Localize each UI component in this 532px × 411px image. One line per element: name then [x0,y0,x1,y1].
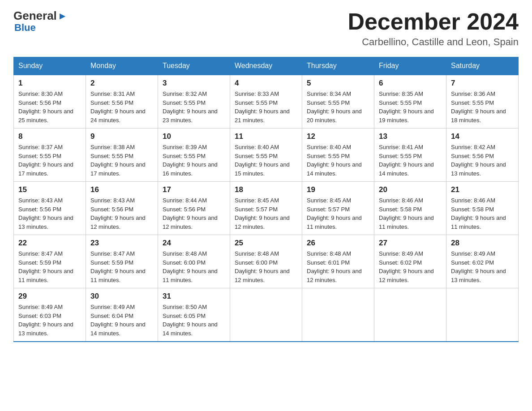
day-number: 2 [90,79,153,88]
page-header: General► Blue December 2024 Carbellino, … [13,9,519,48]
day-info: Sunrise: 8:43 AMSunset: 5:56 PMDaylight:… [18,196,81,231]
col-header-wednesday: Wednesday [230,57,302,75]
day-number: 26 [307,239,369,248]
day-number: 8 [18,132,81,141]
day-info: Sunrise: 8:40 AMSunset: 5:55 PMDaylight:… [235,143,297,178]
day-number: 22 [18,239,81,248]
col-header-saturday: Saturday [446,57,519,75]
calendar-week-1: 1Sunrise: 8:30 AMSunset: 5:56 PMDaylight… [14,75,519,128]
day-number: 4 [235,79,297,88]
calendar-week-4: 22Sunrise: 8:47 AMSunset: 5:59 PMDayligh… [14,235,519,288]
day-number: 12 [307,132,369,141]
calendar-cell: 28Sunrise: 8:49 AMSunset: 6:02 PMDayligh… [446,235,519,288]
calendar-cell [302,288,374,342]
location-title: Carbellino, Castille and Leon, Spain [348,36,519,48]
day-info: Sunrise: 8:48 AMSunset: 6:00 PMDaylight:… [235,249,297,284]
day-number: 5 [307,79,369,88]
calendar-cell: 24Sunrise: 8:48 AMSunset: 6:00 PMDayligh… [158,235,230,288]
day-info: Sunrise: 8:48 AMSunset: 6:01 PMDaylight:… [307,249,369,284]
day-info: Sunrise: 8:49 AMSunset: 6:02 PMDaylight:… [379,249,442,284]
day-info: Sunrise: 8:49 AMSunset: 6:04 PMDaylight:… [90,303,153,338]
day-info: Sunrise: 8:38 AMSunset: 5:55 PMDaylight:… [90,143,153,178]
calendar-cell: 19Sunrise: 8:45 AMSunset: 5:57 PMDayligh… [302,182,374,235]
day-number: 11 [235,132,297,141]
day-info: Sunrise: 8:35 AMSunset: 5:55 PMDaylight:… [379,90,442,124]
calendar-cell: 21Sunrise: 8:46 AMSunset: 5:58 PMDayligh… [446,182,519,235]
day-number: 13 [379,132,442,141]
calendar-cell: 6Sunrise: 8:35 AMSunset: 5:55 PMDaylight… [374,75,446,128]
calendar-week-5: 29Sunrise: 8:49 AMSunset: 6:03 PMDayligh… [14,288,519,342]
calendar-cell: 27Sunrise: 8:49 AMSunset: 6:02 PMDayligh… [374,235,446,288]
calendar-cell: 7Sunrise: 8:36 AMSunset: 5:55 PMDaylight… [446,75,519,128]
day-info: Sunrise: 8:47 AMSunset: 5:59 PMDaylight:… [90,249,153,284]
day-info: Sunrise: 8:43 AMSunset: 5:56 PMDaylight:… [90,196,153,231]
calendar-cell: 1Sunrise: 8:30 AMSunset: 5:56 PMDaylight… [14,75,86,128]
calendar-cell [446,288,519,342]
col-header-friday: Friday [374,57,446,75]
calendar-body: 1Sunrise: 8:30 AMSunset: 5:56 PMDaylight… [14,75,519,342]
day-number: 9 [90,132,153,141]
calendar-cell: 4Sunrise: 8:33 AMSunset: 5:55 PMDaylight… [230,75,302,128]
day-number: 15 [18,185,81,194]
day-number: 21 [451,185,514,194]
logo-arrow-icon: ► [58,10,68,22]
day-info: Sunrise: 8:41 AMSunset: 5:55 PMDaylight:… [379,143,442,178]
day-info: Sunrise: 8:46 AMSunset: 5:58 PMDaylight:… [379,196,442,231]
day-number: 17 [163,185,225,194]
day-info: Sunrise: 8:45 AMSunset: 5:57 PMDaylight:… [307,196,369,231]
day-info: Sunrise: 8:31 AMSunset: 5:56 PMDaylight:… [90,90,153,124]
day-info: Sunrise: 8:45 AMSunset: 5:57 PMDaylight:… [235,196,297,231]
day-number: 3 [163,79,225,88]
day-number: 16 [90,185,153,194]
calendar-table: SundayMondayTuesdayWednesdayThursdayFrid… [13,57,519,342]
day-info: Sunrise: 8:46 AMSunset: 5:58 PMDaylight:… [451,196,514,231]
day-info: Sunrise: 8:36 AMSunset: 5:55 PMDaylight:… [451,90,514,124]
day-number: 27 [379,239,442,248]
day-number: 14 [451,132,514,141]
calendar-header-row: SundayMondayTuesdayWednesdayThursdayFrid… [14,57,519,75]
calendar-cell [374,288,446,342]
day-info: Sunrise: 8:32 AMSunset: 5:55 PMDaylight:… [163,90,225,124]
day-info: Sunrise: 8:40 AMSunset: 5:55 PMDaylight:… [307,143,369,178]
calendar-cell: 8Sunrise: 8:37 AMSunset: 5:55 PMDaylight… [14,128,86,182]
day-info: Sunrise: 8:44 AMSunset: 5:56 PMDaylight:… [163,196,225,231]
day-number: 30 [90,292,153,301]
calendar-cell: 31Sunrise: 8:50 AMSunset: 6:05 PMDayligh… [158,288,230,342]
calendar-cell: 30Sunrise: 8:49 AMSunset: 6:04 PMDayligh… [86,288,158,342]
calendar-week-3: 15Sunrise: 8:43 AMSunset: 5:56 PMDayligh… [14,182,519,235]
calendar-cell: 2Sunrise: 8:31 AMSunset: 5:56 PMDaylight… [86,75,158,128]
col-header-monday: Monday [86,57,158,75]
day-number: 29 [18,292,81,301]
calendar-cell: 14Sunrise: 8:42 AMSunset: 5:56 PMDayligh… [446,128,519,182]
logo: General► Blue [13,9,68,34]
calendar-cell: 23Sunrise: 8:47 AMSunset: 5:59 PMDayligh… [86,235,158,288]
day-info: Sunrise: 8:30 AMSunset: 5:56 PMDaylight:… [18,90,81,124]
logo-general-text: General [13,9,57,23]
day-number: 19 [307,185,369,194]
calendar-cell: 15Sunrise: 8:43 AMSunset: 5:56 PMDayligh… [14,182,86,235]
calendar-cell: 12Sunrise: 8:40 AMSunset: 5:55 PMDayligh… [302,128,374,182]
calendar-cell: 11Sunrise: 8:40 AMSunset: 5:55 PMDayligh… [230,128,302,182]
calendar-cell: 16Sunrise: 8:43 AMSunset: 5:56 PMDayligh… [86,182,158,235]
day-info: Sunrise: 8:37 AMSunset: 5:55 PMDaylight:… [18,143,81,178]
day-info: Sunrise: 8:50 AMSunset: 6:05 PMDaylight:… [163,303,225,338]
day-info: Sunrise: 8:49 AMSunset: 6:02 PMDaylight:… [451,249,514,284]
month-title: December 2024 [348,9,519,34]
calendar-cell: 9Sunrise: 8:38 AMSunset: 5:55 PMDaylight… [86,128,158,182]
calendar-cell: 26Sunrise: 8:48 AMSunset: 6:01 PMDayligh… [302,235,374,288]
col-header-thursday: Thursday [302,57,374,75]
calendar-cell: 13Sunrise: 8:41 AMSunset: 5:55 PMDayligh… [374,128,446,182]
calendar-week-2: 8Sunrise: 8:37 AMSunset: 5:55 PMDaylight… [14,128,519,182]
day-info: Sunrise: 8:49 AMSunset: 6:03 PMDaylight:… [18,303,81,338]
logo-blue-text: Blue [13,22,68,34]
day-info: Sunrise: 8:42 AMSunset: 5:56 PMDaylight:… [451,143,514,178]
calendar-cell: 18Sunrise: 8:45 AMSunset: 5:57 PMDayligh… [230,182,302,235]
day-number: 23 [90,239,153,248]
col-header-sunday: Sunday [14,57,86,75]
day-number: 20 [379,185,442,194]
day-number: 10 [163,132,225,141]
day-info: Sunrise: 8:34 AMSunset: 5:55 PMDaylight:… [307,90,369,124]
calendar-cell: 3Sunrise: 8:32 AMSunset: 5:55 PMDaylight… [158,75,230,128]
calendar-cell: 29Sunrise: 8:49 AMSunset: 6:03 PMDayligh… [14,288,86,342]
col-header-tuesday: Tuesday [158,57,230,75]
